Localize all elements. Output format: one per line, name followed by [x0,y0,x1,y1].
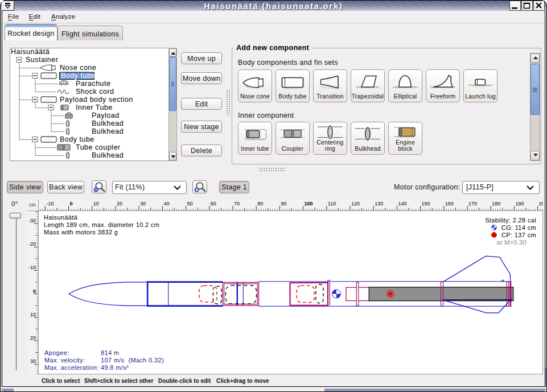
svg-text:180: 180 [492,201,500,207]
svg-text:Bulkhead: Bulkhead [92,127,124,135]
svg-text:10: 10 [30,312,36,317]
svg-text:Body tube: Body tube [60,135,94,143]
svg-text:70: 70 [234,201,240,207]
svg-text:10: 10 [93,201,99,207]
svg-text:130: 130 [375,201,383,207]
svg-text:190: 190 [515,201,524,207]
svg-text:160: 160 [445,201,454,207]
svg-text:170: 170 [468,201,477,207]
svg-text:0: 0 [70,201,73,207]
svg-text:50: 50 [187,201,193,207]
svg-text:60: 60 [211,201,216,207]
svg-text:200: 200 [539,201,543,207]
svg-text:Shock cord: Shock cord [76,88,114,96]
svg-text:120: 120 [351,201,360,207]
svg-text:20: 20 [30,335,36,341]
svg-text:0: 0 [33,288,36,294]
svg-text:-10: -10 [28,265,36,270]
svg-text:Nose cone: Nose cone [60,64,96,72]
svg-text:100: 100 [305,201,313,207]
svg-text:Parachute: Parachute [76,80,110,88]
svg-text:40: 40 [163,201,169,207]
svg-text:20: 20 [117,201,122,207]
svg-text:30: 30 [140,201,146,207]
svg-text:-20: -20 [28,241,36,247]
svg-text:110: 110 [328,201,336,207]
svg-text:-10: -10 [46,201,54,207]
svg-text:140: 140 [398,201,406,207]
svg-text:Body tube: Body tube [61,72,96,80]
svg-text:-30: -30 [28,218,36,224]
svg-text:90: 90 [281,201,286,207]
svg-text:Sustainer: Sustainer [26,56,58,64]
svg-text:Bulkhead: Bulkhead [92,119,124,127]
svg-text:Haisunäätä: Haisunäätä [11,48,50,56]
svg-text:Bulkhead: Bulkhead [92,151,124,159]
svg-text:Inner Tube: Inner Tube [76,104,113,112]
svg-text:30: 30 [30,358,36,364]
svg-text:Payload body section: Payload body section [60,96,133,104]
svg-text:Tube coupler: Tube coupler [76,143,121,151]
svg-text:80: 80 [257,201,263,207]
svg-text:Payload: Payload [92,112,120,119]
svg-text:150: 150 [422,201,430,207]
